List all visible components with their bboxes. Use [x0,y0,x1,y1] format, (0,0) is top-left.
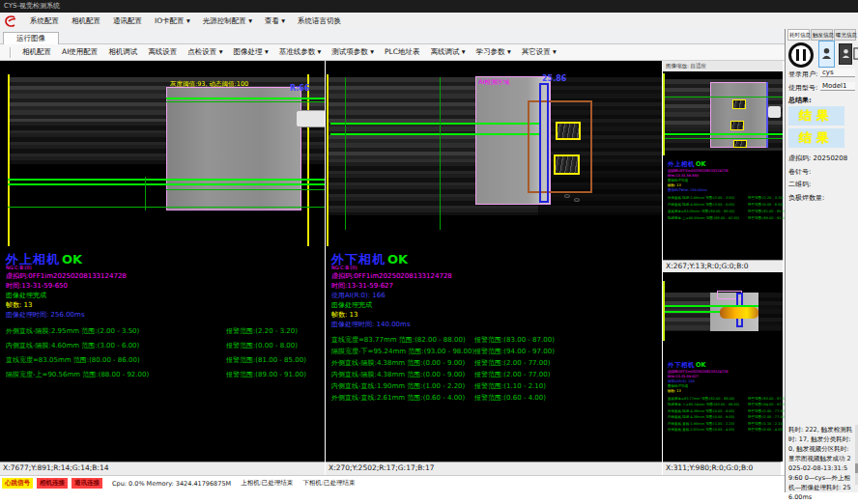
camera-image-upper[interactable]: 灰度阈值:93, 动态阈值:100 R:66 [0,61,325,246]
detect-box-orange [528,100,592,193]
measure-box-blue [539,83,549,203]
camera-view-lower[interactable]: AI检测区域 25.86 外下相机OK NG:C:B:(0) 虚拟码:0FF1i… [326,61,662,462]
result-ok-badge: OK [387,252,408,266]
measure-value: 外侧直线-隔膜:2.95mm 范围:(2.00 - 3.50) [6,326,139,336]
coord-readout-upper: X:7677;Y:891;R:14;G:14;B:14 [0,462,325,475]
tab-trigger-info[interactable]: 触发信息 [811,29,833,41]
threshold-overlay-text: 灰度阈值:93, 动态阈值:100 [170,80,248,89]
tool-learning-params[interactable]: 学习参数 ▾ [476,47,511,57]
pause-button[interactable] [788,42,814,68]
login-user-label: 登录用户: [788,70,817,79]
admin-user-button[interactable] [839,43,852,65]
window-title: CYS-视觉检测系统 [4,2,60,10]
guide-line-yellow [8,74,10,246]
coord-readout-thumb-lower: X:311;Y:980;R:0;G:0;B:0 [663,462,781,475]
measure-line-green [166,101,325,102]
detect-box-yellow [730,121,744,130]
guide-line-yellow [307,74,309,246]
comm-link-badge: 通讯连接 [72,478,102,489]
measure-row: 直线宽度=83.05mm 范围:(80.00 - 86.00)报警范围:(81.… [4,355,323,367]
result-ok-badge: OK [62,252,82,266]
total-result-label: 总结果: [788,96,812,105]
thumbnail-lower[interactable] [663,281,783,341]
tab-timing-info[interactable]: 耗时信息 [787,29,810,41]
tool-spotcheck-settings[interactable]: 点检设置 ▾ [187,47,222,57]
tool-camera-config[interactable]: 相机配置 [22,47,51,57]
menu-system-config[interactable]: 系统配置 [30,16,59,26]
model-value[interactable]: Model1 [820,82,855,91]
virtual-code: 虚拟码:0FF1im20250208133124728 [6,271,127,281]
part-region [166,87,301,210]
alarm-range: 报警范围:(81.00 - 85.00) [226,355,306,365]
camera-image-lower[interactable]: AI检测区域 25.86 [326,61,662,246]
login-user-value[interactable]: cys [820,69,855,77]
exit-door-icon [853,47,858,62]
ng-info: NG:C:B:(0) [6,265,32,270]
measure-row: 外侧直线-直线:2.61mm 范围:(0.60 - 4.00)报警范围:(0.6… [329,393,660,405]
measure-value: 内侧直线-直线:1.90mm 范围:(1.00 - 2.20) [331,381,465,391]
operator-login-button[interactable] [818,41,835,68]
tab-exposure-info[interactable]: 曝光信息 [834,29,856,41]
tool-offline-debug[interactable]: 离线调试 ▾ [430,47,465,57]
connector-part [768,106,781,118]
exit-button[interactable] [852,43,858,65]
title-bar: CYS-视觉检测系统 [0,0,858,13]
frame-count: 帧数: 13 [6,300,33,310]
menu-view[interactable]: 查看 ▾ [265,16,285,26]
measure-line-green [8,207,325,208]
model-label: 使用型号: [788,83,817,93]
measure-line-green [166,189,325,190]
guide-line-yellow [327,74,329,246]
menu-camera-config[interactable]: 相机配置 [72,16,100,26]
measure-value: 外侧直线-隔膜:4.38mm 范围:(0.00 - 9.00) [331,358,465,368]
measure-line-green [8,179,325,181]
r-value-overlay-text: R:66 [290,84,310,93]
measure-line-green [145,177,146,210]
timing-log-text: 耗时: 222, 触发检测耗时: 17, 触发分类耗时: 0, 触发视频分区耗时… [788,425,853,485]
tool-camera-debug[interactable]: 相机调试 [108,47,137,57]
status-bar: 心跳信号 相机连接 通讯连接 Cpu: 0.0% Memory: 3424.41… [0,475,785,490]
qr-code-label: 二维码: [788,180,811,189]
measure-row: 内侧直线-直线:1.90mm 范围:(1.00 - 2.20)报警范围:(1.1… [329,381,660,393]
measure-line-green [665,133,783,135]
measure-value: 内侧直线-隔膜:4.60mm 范围:(3.00 - 6.00) [6,341,139,350]
measure-value: 隔膜宽度-下=95.24mm 范围:(93.00 - 98.00) [331,347,474,356]
tool-other-settings[interactable]: 其它设置 ▾ [522,47,557,57]
thumbnail-upper[interactable] [663,73,783,155]
measure-row: 隔膜宽度-上=90.56mm 范围:(88.00 - 92.00)报警范围:(8… [4,370,323,381]
measure-line-green [665,138,783,139]
measure-value: 直线宽度=83.05mm 范围:(80.00 - 86.00) [6,355,140,365]
pin-number-label: 卷针号: [788,167,811,177]
coord-readout-lower: X:270;Y:2502;R:17;G:17;B:17 [326,462,662,475]
measure-line-green [440,77,441,230]
alarm-range: 报警范围:(94.00 - 97.00) [474,347,555,356]
tool-ai-usage-config[interactable]: AI使用配置 [62,47,98,57]
menu-language-switch[interactable]: 系统语言切换 [298,16,341,26]
virtual-code-field: 虚拟码: 20250208 [788,154,847,163]
alarm-range: 报警范围:(89.00 - 91.00) [226,370,306,379]
tool-test-params[interactable]: 测试项参数 ▾ [331,47,374,57]
app-window: CYS-视觉检测系统 系统配置 相机配置 通讯配置 IO卡配置 ▾ 光源控制配置… [0,0,858,504]
app-logo-icon [4,14,17,28]
alarm-range: 报警范围:(0.00 - 8.00) [226,341,298,350]
measure-line-green [345,77,346,230]
detect-box-yellow [732,99,746,109]
measure-row: 内侧直线-隔膜:4.38mm 范围:(0.00 - 9.00)报警范围:(2.0… [329,370,660,381]
tool-baseline-params[interactable]: 基准线参数 ▾ [279,47,322,57]
menu-io-config[interactable]: IO卡配置 ▾ [155,16,190,26]
menu-light-config[interactable]: 光源控制配置 ▾ [203,16,252,26]
pause-icon [803,49,806,61]
width-overlay-text: 25.86 [542,74,566,83]
measure-line-green [330,133,539,135]
tool-image-processing[interactable]: 图像处理 ▾ [234,47,269,57]
tool-offline-settings[interactable]: 离线设置 [148,47,177,57]
tool-plc-address-table[interactable]: PLC地址表 [385,47,419,57]
toolbar-grip [10,47,12,58]
measure-line-green [166,98,325,99]
tab-run-image[interactable]: 运行图像 [3,32,59,44]
menu-comm-config[interactable]: 通讯配置 [113,16,142,26]
user-icon [821,47,832,62]
result-box-lower: 结果 [788,128,844,148]
camera-view-upper[interactable]: 灰度阈值:93, 动态阈值:100 R:66 外上相机OK NG:C:B:(0)… [0,61,325,462]
measure-value: 内侧直线-隔膜:4.38mm 范围:(0.00 - 9.00) [331,370,465,379]
